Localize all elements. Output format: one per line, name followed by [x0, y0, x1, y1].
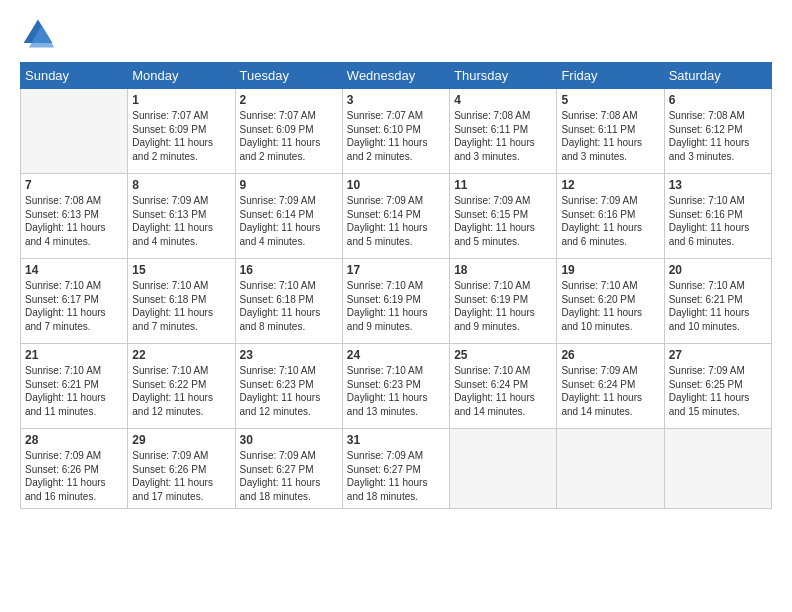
day-info: Sunrise: 7:08 AM Sunset: 6:11 PM Dayligh… — [454, 109, 552, 163]
calendar-cell: 30Sunrise: 7:09 AM Sunset: 6:27 PM Dayli… — [235, 429, 342, 509]
day-number: 17 — [347, 263, 445, 277]
calendar-cell — [664, 429, 771, 509]
day-number: 9 — [240, 178, 338, 192]
day-info: Sunrise: 7:10 AM Sunset: 6:20 PM Dayligh… — [561, 279, 659, 333]
day-number: 18 — [454, 263, 552, 277]
calendar-day-header: Sunday — [21, 63, 128, 89]
calendar-cell: 9Sunrise: 7:09 AM Sunset: 6:14 PM Daylig… — [235, 174, 342, 259]
calendar-day-header: Thursday — [450, 63, 557, 89]
calendar-cell: 12Sunrise: 7:09 AM Sunset: 6:16 PM Dayli… — [557, 174, 664, 259]
day-info: Sunrise: 7:10 AM Sunset: 6:23 PM Dayligh… — [240, 364, 338, 418]
day-info: Sunrise: 7:10 AM Sunset: 6:19 PM Dayligh… — [454, 279, 552, 333]
day-info: Sunrise: 7:10 AM Sunset: 6:21 PM Dayligh… — [25, 364, 123, 418]
day-info: Sunrise: 7:09 AM Sunset: 6:25 PM Dayligh… — [669, 364, 767, 418]
day-info: Sunrise: 7:10 AM Sunset: 6:18 PM Dayligh… — [132, 279, 230, 333]
calendar-cell: 7Sunrise: 7:08 AM Sunset: 6:13 PM Daylig… — [21, 174, 128, 259]
calendar-cell: 8Sunrise: 7:09 AM Sunset: 6:13 PM Daylig… — [128, 174, 235, 259]
calendar-cell: 17Sunrise: 7:10 AM Sunset: 6:19 PM Dayli… — [342, 259, 449, 344]
day-info: Sunrise: 7:09 AM Sunset: 6:16 PM Dayligh… — [561, 194, 659, 248]
calendar-cell: 24Sunrise: 7:10 AM Sunset: 6:23 PM Dayli… — [342, 344, 449, 429]
day-number: 30 — [240, 433, 338, 447]
day-info: Sunrise: 7:08 AM Sunset: 6:13 PM Dayligh… — [25, 194, 123, 248]
day-number: 29 — [132, 433, 230, 447]
day-info: Sunrise: 7:09 AM Sunset: 6:26 PM Dayligh… — [25, 449, 123, 503]
day-info: Sunrise: 7:09 AM Sunset: 6:27 PM Dayligh… — [240, 449, 338, 503]
calendar-cell — [450, 429, 557, 509]
day-info: Sunrise: 7:10 AM Sunset: 6:17 PM Dayligh… — [25, 279, 123, 333]
day-number: 12 — [561, 178, 659, 192]
day-number: 25 — [454, 348, 552, 362]
calendar-week-row: 21Sunrise: 7:10 AM Sunset: 6:21 PM Dayli… — [21, 344, 772, 429]
day-number: 19 — [561, 263, 659, 277]
day-number: 5 — [561, 93, 659, 107]
day-number: 28 — [25, 433, 123, 447]
day-number: 1 — [132, 93, 230, 107]
calendar-cell: 28Sunrise: 7:09 AM Sunset: 6:26 PM Dayli… — [21, 429, 128, 509]
calendar-cell: 27Sunrise: 7:09 AM Sunset: 6:25 PM Dayli… — [664, 344, 771, 429]
calendar-cell: 5Sunrise: 7:08 AM Sunset: 6:11 PM Daylig… — [557, 89, 664, 174]
calendar-cell: 1Sunrise: 7:07 AM Sunset: 6:09 PM Daylig… — [128, 89, 235, 174]
calendar-cell: 26Sunrise: 7:09 AM Sunset: 6:24 PM Dayli… — [557, 344, 664, 429]
logo — [20, 16, 62, 52]
calendar-cell — [557, 429, 664, 509]
calendar-day-header: Saturday — [664, 63, 771, 89]
day-number: 23 — [240, 348, 338, 362]
day-number: 27 — [669, 348, 767, 362]
day-number: 31 — [347, 433, 445, 447]
day-info: Sunrise: 7:10 AM Sunset: 6:21 PM Dayligh… — [669, 279, 767, 333]
day-number: 20 — [669, 263, 767, 277]
day-info: Sunrise: 7:07 AM Sunset: 6:09 PM Dayligh… — [240, 109, 338, 163]
day-number: 14 — [25, 263, 123, 277]
calendar-cell: 10Sunrise: 7:09 AM Sunset: 6:14 PM Dayli… — [342, 174, 449, 259]
day-info: Sunrise: 7:10 AM Sunset: 6:19 PM Dayligh… — [347, 279, 445, 333]
day-number: 13 — [669, 178, 767, 192]
logo-icon — [20, 16, 56, 52]
calendar-week-row: 7Sunrise: 7:08 AM Sunset: 6:13 PM Daylig… — [21, 174, 772, 259]
calendar-day-header: Monday — [128, 63, 235, 89]
day-info: Sunrise: 7:09 AM Sunset: 6:14 PM Dayligh… — [347, 194, 445, 248]
day-info: Sunrise: 7:08 AM Sunset: 6:11 PM Dayligh… — [561, 109, 659, 163]
calendar-cell: 25Sunrise: 7:10 AM Sunset: 6:24 PM Dayli… — [450, 344, 557, 429]
calendar-day-header: Friday — [557, 63, 664, 89]
day-number: 15 — [132, 263, 230, 277]
calendar-cell: 15Sunrise: 7:10 AM Sunset: 6:18 PM Dayli… — [128, 259, 235, 344]
day-info: Sunrise: 7:09 AM Sunset: 6:15 PM Dayligh… — [454, 194, 552, 248]
calendar-cell: 3Sunrise: 7:07 AM Sunset: 6:10 PM Daylig… — [342, 89, 449, 174]
day-number: 16 — [240, 263, 338, 277]
calendar-day-header: Wednesday — [342, 63, 449, 89]
day-number: 7 — [25, 178, 123, 192]
day-info: Sunrise: 7:10 AM Sunset: 6:24 PM Dayligh… — [454, 364, 552, 418]
day-number: 24 — [347, 348, 445, 362]
header — [20, 16, 772, 52]
day-info: Sunrise: 7:10 AM Sunset: 6:18 PM Dayligh… — [240, 279, 338, 333]
day-number: 11 — [454, 178, 552, 192]
day-number: 22 — [132, 348, 230, 362]
calendar-header-row: SundayMondayTuesdayWednesdayThursdayFrid… — [21, 63, 772, 89]
calendar-table: SundayMondayTuesdayWednesdayThursdayFrid… — [20, 62, 772, 509]
page: SundayMondayTuesdayWednesdayThursdayFrid… — [0, 0, 792, 519]
calendar-cell — [21, 89, 128, 174]
calendar-day-header: Tuesday — [235, 63, 342, 89]
calendar-cell: 11Sunrise: 7:09 AM Sunset: 6:15 PM Dayli… — [450, 174, 557, 259]
calendar-cell: 16Sunrise: 7:10 AM Sunset: 6:18 PM Dayli… — [235, 259, 342, 344]
calendar-cell: 14Sunrise: 7:10 AM Sunset: 6:17 PM Dayli… — [21, 259, 128, 344]
day-number: 2 — [240, 93, 338, 107]
calendar-cell: 29Sunrise: 7:09 AM Sunset: 6:26 PM Dayli… — [128, 429, 235, 509]
day-number: 6 — [669, 93, 767, 107]
day-number: 26 — [561, 348, 659, 362]
day-info: Sunrise: 7:10 AM Sunset: 6:23 PM Dayligh… — [347, 364, 445, 418]
calendar-cell: 22Sunrise: 7:10 AM Sunset: 6:22 PM Dayli… — [128, 344, 235, 429]
calendar-cell: 20Sunrise: 7:10 AM Sunset: 6:21 PM Dayli… — [664, 259, 771, 344]
calendar-cell: 18Sunrise: 7:10 AM Sunset: 6:19 PM Dayli… — [450, 259, 557, 344]
calendar-cell: 4Sunrise: 7:08 AM Sunset: 6:11 PM Daylig… — [450, 89, 557, 174]
calendar-cell: 6Sunrise: 7:08 AM Sunset: 6:12 PM Daylig… — [664, 89, 771, 174]
calendar-week-row: 1Sunrise: 7:07 AM Sunset: 6:09 PM Daylig… — [21, 89, 772, 174]
day-info: Sunrise: 7:08 AM Sunset: 6:12 PM Dayligh… — [669, 109, 767, 163]
calendar-cell: 13Sunrise: 7:10 AM Sunset: 6:16 PM Dayli… — [664, 174, 771, 259]
calendar-week-row: 14Sunrise: 7:10 AM Sunset: 6:17 PM Dayli… — [21, 259, 772, 344]
day-info: Sunrise: 7:09 AM Sunset: 6:14 PM Dayligh… — [240, 194, 338, 248]
day-info: Sunrise: 7:07 AM Sunset: 6:09 PM Dayligh… — [132, 109, 230, 163]
day-info: Sunrise: 7:10 AM Sunset: 6:22 PM Dayligh… — [132, 364, 230, 418]
calendar-cell: 31Sunrise: 7:09 AM Sunset: 6:27 PM Dayli… — [342, 429, 449, 509]
day-number: 10 — [347, 178, 445, 192]
